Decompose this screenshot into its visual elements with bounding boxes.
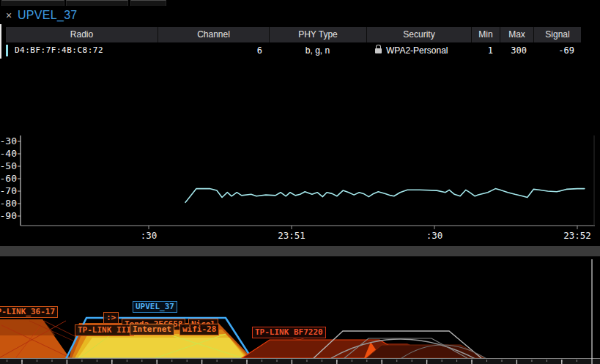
signal-line-upvel37 xyxy=(185,189,585,203)
table-row[interactable]: D4:BF:7F:4B:C8:72 6 b, g, n WPA2-Persona… xyxy=(6,42,581,59)
tab-stub-3[interactable] xyxy=(130,0,166,6)
network-label-upvel-37[interactable]: UPVEL_37 xyxy=(133,301,177,313)
network-label-wifi-28[interactable]: wifi-28 xyxy=(179,324,219,335)
signal-value: -69 xyxy=(533,42,581,59)
svg-text:-30: -30 xyxy=(0,135,17,146)
column-header-channel[interactable]: Channel xyxy=(158,27,269,42)
svg-text::30: :30 xyxy=(141,230,158,241)
svg-text:-70: -70 xyxy=(0,185,17,196)
wifi-analyzer-window: × UPVEL_37 Radio Channel PHY Type Securi… xyxy=(0,0,600,364)
security-cell: WPA2-Personal xyxy=(366,42,471,59)
close-icon[interactable]: × xyxy=(6,10,12,21)
network-label-tp-link-bf7220[interactable]: TP-LINK BF7220 xyxy=(252,327,326,338)
security-value: WPA2-Personal xyxy=(386,42,448,59)
network-label--[interactable]: :> xyxy=(103,312,119,324)
max-rate-value: 300 xyxy=(500,42,533,59)
channel-value: 6 xyxy=(158,42,269,59)
column-header-max[interactable]: Max xyxy=(500,27,533,42)
network-label-tp-link-36-17[interactable]: TP-LINK_36-17 xyxy=(0,306,58,318)
svg-text:23:51: 23:51 xyxy=(278,230,305,241)
network-label-internet[interactable]: Internet xyxy=(130,324,174,335)
svg-text:-60: -60 xyxy=(0,173,17,184)
svg-text:-50: -50 xyxy=(0,160,17,171)
channel-usage-chart xyxy=(0,256,600,364)
panel-titlebar: × UPVEL_37 xyxy=(0,6,600,26)
tab-stub-1[interactable] xyxy=(1,0,64,6)
panel-left-edge xyxy=(0,24,1,59)
column-header-radio[interactable]: Radio xyxy=(6,27,158,42)
panel-separator[interactable] xyxy=(0,246,600,256)
page-title: UPVEL_37 xyxy=(18,9,78,22)
network-table: Radio Channel PHY Type Security Min Max … xyxy=(6,27,581,59)
table-header: Radio Channel PHY Type Security Min Max … xyxy=(6,27,581,42)
channel-usage-panel: TP-LINK_36-17UPVEL_37:>Tenda_2EC658Nicol… xyxy=(0,256,600,364)
svg-text:-80: -80 xyxy=(0,198,17,209)
column-header-signal[interactable]: Signal xyxy=(533,27,581,42)
min-rate-value: 1 xyxy=(471,42,500,59)
column-header-min[interactable]: Min xyxy=(471,27,500,42)
svg-text::30: :30 xyxy=(426,230,443,241)
svg-text:-90: -90 xyxy=(0,210,17,221)
phy-type-value: b, g, n xyxy=(269,42,366,59)
network-label-tp-link-iii[interactable]: TP-LINK III xyxy=(75,324,134,336)
tab-stub-2[interactable] xyxy=(66,0,128,6)
row-selection-accent xyxy=(6,45,8,56)
column-header-security[interactable]: Security xyxy=(366,27,471,42)
svg-text:23:52: 23:52 xyxy=(563,230,591,241)
column-header-phy-type[interactable]: PHY Type xyxy=(269,27,366,42)
radio-mac: D4:BF:7F:4B:C8:72 xyxy=(6,42,158,59)
signal-time-chart: -30-40-50-60-70-80-90:3023:51:3023:52 xyxy=(0,59,600,246)
svg-text:-40: -40 xyxy=(0,148,17,159)
lock-icon xyxy=(375,48,382,53)
